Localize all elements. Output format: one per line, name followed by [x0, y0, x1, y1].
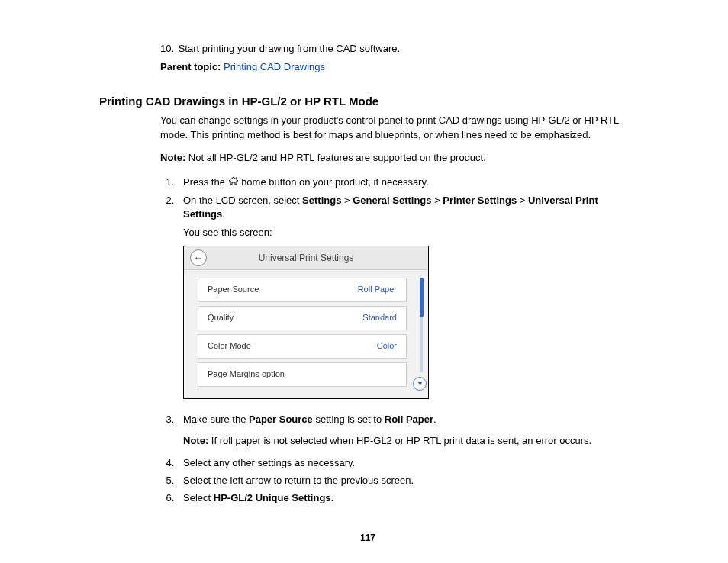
step6-t1: Select [183, 492, 214, 503]
panel-body: Paper Source Roll Paper Quality Standard… [184, 270, 428, 398]
step-text: Start printing your drawing from the CAD… [179, 43, 400, 54]
row-value: Standard [362, 312, 397, 323]
page-number: 117 [99, 532, 636, 545]
row-paper-source[interactable]: Paper Source Roll Paper [198, 278, 407, 302]
note-block: Note: Not all HP-GL/2 and HP RTL feature… [160, 151, 636, 165]
previous-step-10: 10. Start printing your drawing from the… [160, 42, 636, 56]
panel-title: Universal Print Settings [184, 252, 428, 265]
step1-pre: Press the [183, 176, 228, 188]
step3-note-text: If roll paper is not selected when HP-GL… [208, 435, 591, 446]
step2-settings: Settings [302, 195, 341, 206]
step3-b2: Roll Paper [385, 413, 433, 425]
parent-topic: Parent topic: Printing CAD Drawings [160, 60, 636, 74]
step3-note: Note: If roll paper is not selected when… [183, 434, 636, 448]
step-1: Press the home button on your product, i… [177, 175, 636, 190]
step3-t1: Make sure the [183, 413, 249, 425]
step3-note-label: Note: [183, 435, 208, 446]
settings-rows: Paper Source Roll Paper Quality Standard… [184, 278, 414, 391]
step2-printer: Printer Settings [443, 195, 517, 206]
lcd-screenshot: ← Universal Print Settings Paper Source … [183, 246, 429, 399]
row-label: Page Margins option [208, 368, 285, 380]
step6-b1: HP-GL/2 Unique Settings [214, 492, 331, 503]
section-heading: Printing CAD Drawings in HP-GL/2 or HP R… [99, 93, 636, 109]
note-text: Not all HP-GL/2 and HP RTL features are … [185, 152, 486, 163]
parent-topic-link[interactable]: Printing CAD Drawings [224, 61, 325, 72]
steps-list: Press the home button on your product, i… [160, 175, 636, 505]
step2-pre: On the LCD screen, select [183, 195, 302, 206]
step2-end: . [222, 208, 225, 220]
step-2: On the LCD screen, select Settings > Gen… [177, 194, 636, 400]
note-label: Note: [160, 152, 185, 163]
row-label: Paper Source [208, 284, 259, 295]
scrollbar[interactable]: ▾ [414, 278, 428, 391]
step-3: Make sure the Paper Source setting is se… [177, 413, 636, 448]
step6-t2: . [331, 492, 334, 503]
step1-post: home button on your product, if necessar… [239, 176, 429, 188]
panel-header: ← Universal Print Settings [184, 246, 428, 270]
intro-paragraph: You can change settings in your product'… [160, 114, 636, 141]
step-4: Select any other settings as necessary. [177, 456, 636, 470]
step3-t2: setting is set to [313, 413, 385, 425]
step-6: Select HP-GL/2 Unique Settings. [177, 491, 636, 505]
scroll-down-icon[interactable]: ▾ [413, 377, 427, 391]
step2-general: General Settings [353, 195, 431, 206]
row-value: Color [377, 340, 397, 352]
back-arrow-icon[interactable]: ← [190, 249, 207, 266]
row-label: Color Mode [208, 340, 251, 352]
row-label: Quality [208, 312, 234, 323]
step3-b1: Paper Source [249, 413, 313, 425]
parent-topic-label: Parent topic: [160, 61, 221, 72]
step-number: 10. [160, 42, 176, 56]
step-5: Select the left arrow to return to the p… [177, 474, 636, 487]
step2-subtext: You see this screen: [183, 226, 636, 240]
step2-sep1: > [341, 195, 353, 206]
row-value: Roll Paper [358, 284, 397, 295]
home-icon [228, 175, 239, 189]
step2-sep2: > [432, 195, 443, 206]
step3-t3: . [433, 413, 436, 425]
row-page-margins[interactable]: Page Margins option [198, 362, 407, 387]
row-color-mode[interactable]: Color Mode Color [198, 334, 407, 359]
step2-sep3: > [517, 195, 528, 206]
scroll-thumb[interactable] [420, 278, 424, 317]
row-quality[interactable]: Quality Standard [198, 306, 407, 330]
